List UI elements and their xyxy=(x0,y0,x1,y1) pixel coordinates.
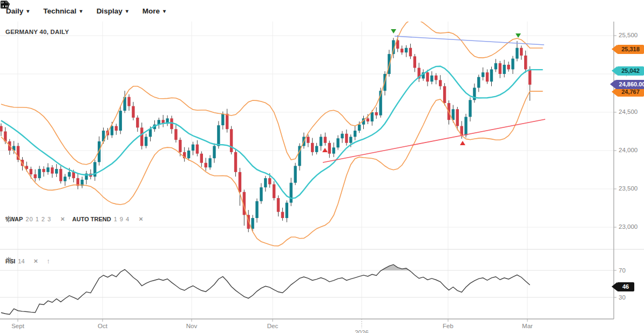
candle-body xyxy=(499,63,501,74)
candle-body xyxy=(439,80,442,86)
candle-body xyxy=(255,201,258,218)
y-axis-label: 24,000 xyxy=(619,147,638,153)
candle-body xyxy=(59,169,62,181)
candle-body xyxy=(145,137,147,146)
candle-body xyxy=(336,138,339,147)
close-icon[interactable]: × xyxy=(139,216,143,222)
candle-body xyxy=(494,63,497,69)
candle-body xyxy=(119,111,122,131)
candle-body xyxy=(401,49,403,52)
candle-body xyxy=(469,100,471,117)
candle-body xyxy=(46,167,49,172)
candle-body xyxy=(55,169,58,174)
candle-body xyxy=(354,131,356,137)
rsi-level-30: 30 xyxy=(619,294,626,301)
vwap-indicator-params: 20 1 2 3 xyxy=(25,216,51,222)
candle-body xyxy=(179,140,181,152)
instrument-title: GERMANY 40, DAILY xyxy=(5,29,69,35)
y-axis-label: 23,500 xyxy=(619,185,638,192)
rsi-indicator-row: RSI 14 × ↑ xyxy=(5,257,50,265)
candle-body xyxy=(524,56,527,70)
candle-body xyxy=(187,151,190,158)
candle-body xyxy=(149,129,152,137)
candle-body xyxy=(42,169,45,172)
candle-body xyxy=(307,137,309,142)
candle-body xyxy=(200,154,203,163)
candle-body xyxy=(367,118,369,121)
candle-body xyxy=(443,86,446,103)
candle-body xyxy=(409,48,412,57)
candle-body xyxy=(234,152,237,172)
candle-body xyxy=(520,48,523,56)
candle-body xyxy=(486,72,489,81)
arrow-up-icon[interactable]: ↑ xyxy=(46,257,50,265)
candle-body xyxy=(251,218,254,229)
candle-body xyxy=(281,212,284,218)
candle-body xyxy=(111,126,113,135)
x-axis-month-label: Feb xyxy=(443,323,453,329)
candle-body xyxy=(268,178,271,184)
candle-body xyxy=(490,69,493,81)
candle-body xyxy=(230,129,233,152)
candle-body xyxy=(51,167,53,173)
x-axis-month-label: Sept xyxy=(11,323,24,329)
candle-body xyxy=(311,143,314,152)
candle-body xyxy=(405,48,408,53)
candle-body xyxy=(208,158,211,167)
rsi-overbought-fill xyxy=(123,264,409,270)
candle-body xyxy=(132,106,134,118)
close-icon[interactable]: × xyxy=(60,216,65,222)
candle-body xyxy=(349,137,352,142)
candle-body xyxy=(226,114,228,129)
close-icon[interactable]: × xyxy=(34,259,38,264)
candle-body xyxy=(239,172,241,192)
candle-body xyxy=(345,134,348,143)
candle-body xyxy=(0,126,3,132)
rsi-line xyxy=(1,264,530,314)
candle-body xyxy=(315,146,318,152)
candle-body xyxy=(511,59,514,70)
vwap-indicator-row: VWAP 20 1 2 3 × AUTO TREND 1 9 4 × xyxy=(5,216,146,222)
candle-body xyxy=(38,169,40,178)
candle-body xyxy=(375,112,378,115)
candle-body xyxy=(413,56,416,67)
candle-body xyxy=(516,48,518,59)
candle-body xyxy=(72,172,75,178)
candle-body xyxy=(430,76,433,81)
rsi-indicator-params: 14 xyxy=(18,258,24,264)
candle-body xyxy=(213,146,215,158)
price-tag-arrow xyxy=(612,45,617,53)
x-axis-month-label: Nov xyxy=(186,323,197,329)
candle-body xyxy=(34,174,37,178)
vwap-lower-band xyxy=(1,91,543,246)
candle-body xyxy=(192,145,194,151)
candle-body xyxy=(277,198,280,212)
candle-body xyxy=(333,147,335,153)
candle-body xyxy=(64,176,66,181)
candle-body xyxy=(528,69,531,84)
candle-body xyxy=(221,114,224,125)
candle-body xyxy=(477,77,480,88)
price-tag-arrow xyxy=(612,66,617,75)
candle-body xyxy=(286,203,288,218)
candle-body xyxy=(127,97,130,106)
candle-body xyxy=(205,163,207,168)
candle-body xyxy=(140,127,143,146)
y-axis-label: 24,500 xyxy=(619,108,638,115)
rsi-badge-arrow xyxy=(612,282,617,291)
candle-body xyxy=(371,112,374,121)
candle-body xyxy=(341,134,343,139)
price-tag: 24,860.00 xyxy=(615,80,644,89)
price-tag-arrow xyxy=(610,80,615,89)
candle-body xyxy=(324,137,327,142)
buy-signal-marker xyxy=(322,148,328,152)
candle-body xyxy=(328,143,331,154)
candle-body xyxy=(456,109,459,126)
price-chart-canvas[interactable] xyxy=(0,0,644,333)
buy-signal-marker xyxy=(460,141,465,145)
x-axis-month-label: Oct xyxy=(98,323,107,329)
auto-trend-indicator-label: AUTO TREND xyxy=(72,216,111,222)
candle-body xyxy=(464,117,467,135)
candle-body xyxy=(260,187,262,201)
candle-body xyxy=(30,169,32,174)
